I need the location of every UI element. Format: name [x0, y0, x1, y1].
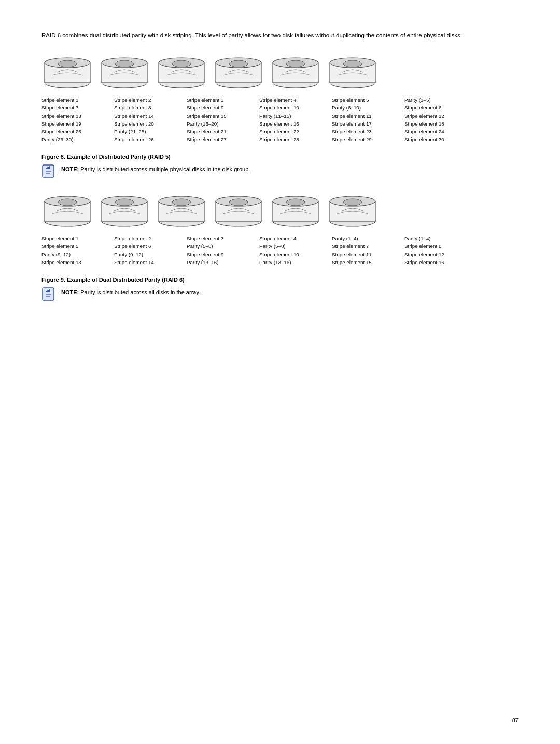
svg-point-30: [58, 199, 77, 206]
f8-c1-r1: Stripe element 1: [41, 96, 109, 104]
disk-icon-12: [327, 191, 379, 228]
figure8-col4: Stripe element 4 Stripe element 10 Parit…: [259, 96, 327, 143]
f9-c3-r1: Stripe element 3: [187, 235, 254, 242]
svg-point-11: [172, 60, 191, 67]
f9-c5-r1: Parity (1–4): [332, 235, 399, 242]
disk-icon-6: [327, 52, 379, 90]
f9-c3-r4: Parity (13–16): [187, 258, 254, 266]
figure8-col6: Parity (1–5) Stripe element 6 Stripe ele…: [404, 96, 472, 143]
f9-c2-r3: Parity (9–12): [114, 251, 181, 258]
figure8-labels: Stripe element 1 Stripe element 7 Stripe…: [41, 96, 519, 143]
f8-c2-r3: Stripe element 14: [114, 112, 181, 120]
figure9-col1: Stripe element 1 Stripe element 5 Parity…: [41, 235, 109, 266]
figure8-caption: Figure 8. Example of Distributed Parity …: [41, 154, 519, 160]
f9-c4-r4: Parity (13–16): [259, 258, 327, 266]
f8-c3-r3: Stripe element 15: [187, 112, 254, 120]
svg-point-34: [115, 199, 134, 206]
svg-point-23: [343, 60, 362, 67]
disk-icon-7: [41, 191, 93, 228]
disk-icon-5: [270, 52, 321, 90]
f8-c4-r1: Stripe element 4: [259, 96, 327, 104]
f9-c5-r3: Stripe element 11: [332, 251, 399, 258]
svg-point-42: [229, 199, 248, 206]
f8-c3-r5: Stripe element 21: [187, 128, 254, 135]
note-icon-2: [41, 287, 56, 301]
f9-c3-r2: Parity (5–8): [187, 242, 254, 250]
figure8-col1: Stripe element 1 Stripe element 7 Stripe…: [41, 96, 109, 143]
f9-c2-r2: Stripe element 6: [114, 242, 181, 250]
f9-c1-r1: Stripe element 1: [41, 235, 109, 242]
figure9-col5: Parity (1–4) Stripe element 7 Stripe ele…: [332, 235, 399, 266]
f8-c3-r4: Parity (16–20): [187, 120, 254, 128]
disk-icon-1: [41, 52, 93, 90]
f9-c5-r2: Stripe element 7: [332, 242, 399, 250]
note-label-2: NOTE:: [61, 289, 80, 295]
figure8-note-box: NOTE: Parity is distributed across multi…: [41, 165, 467, 178]
f9-c2-r1: Stripe element 2: [114, 235, 181, 242]
f8-c1-r5: Stripe element 25: [41, 128, 109, 135]
f8-c3-r6: Stripe element 27: [187, 135, 254, 143]
f8-c3-r1: Stripe element 3: [187, 96, 254, 104]
f8-c1-r2: Stripe element 7: [41, 104, 109, 112]
f8-c4-r2: Stripe element 10: [259, 104, 327, 112]
f8-c6-r3: Stripe element 12: [404, 112, 472, 120]
svg-point-3: [58, 60, 77, 67]
figure8-col2: Stripe element 2 Stripe element 8 Stripe…: [114, 96, 181, 143]
figure9-note-box: NOTE: Parity is distributed across all d…: [41, 288, 467, 301]
figure9-col4: Stripe element 4 Parity (5–8) Stripe ele…: [259, 235, 327, 266]
figure9-disk-row: [41, 191, 519, 228]
disk-icon-4: [213, 52, 264, 90]
figure8-col5: Stripe element 5 Parity (6–10) Stripe el…: [332, 96, 399, 143]
f8-c2-r2: Stripe element 8: [114, 104, 181, 112]
f9-c4-r3: Stripe element 10: [259, 251, 327, 258]
f8-c4-r6: Stripe element 28: [259, 135, 327, 143]
f8-c2-r4: Stripe element 20: [114, 120, 181, 128]
note-label-1: NOTE:: [61, 166, 80, 172]
figure8-note-content: Parity is distributed across multiple ph…: [80, 166, 250, 172]
f9-c6-r4: Stripe element 16: [404, 258, 472, 266]
f8-c1-r6: Parity (26–30): [41, 135, 109, 143]
svg-point-38: [172, 199, 191, 206]
f8-c6-r2: Stripe element 6: [404, 104, 472, 112]
f8-c5-r1: Stripe element 5: [332, 96, 399, 104]
figure9-note-content: Parity is distributed across all disks i…: [80, 289, 200, 295]
figure9-col6: Parity (1–4) Stripe element 8 Stripe ele…: [404, 235, 472, 266]
f8-c5-r6: Stripe element 29: [332, 135, 399, 143]
f8-c5-r4: Stripe element 17: [332, 120, 399, 128]
f8-c6-r1: Parity (1–5): [404, 96, 472, 104]
disk-icon-9: [156, 191, 207, 228]
figure8-section: Stripe element 1 Stripe element 7 Stripe…: [41, 52, 519, 143]
f8-c5-r5: Stripe element 23: [332, 128, 399, 135]
f8-c2-r6: Stripe element 26: [114, 135, 181, 143]
figure8-disk-row: [41, 52, 519, 90]
f9-c6-r3: Stripe element 12: [404, 251, 472, 258]
f9-c2-r4: Stripe element 14: [114, 258, 181, 266]
figure9-section: Stripe element 1 Stripe element 5 Parity…: [41, 191, 519, 266]
f8-c4-r3: Parity (11–15): [259, 112, 327, 120]
f8-c6-r5: Stripe element 24: [404, 128, 472, 135]
disk-icon-2: [99, 52, 150, 90]
f9-c4-r1: Stripe element 4: [259, 235, 327, 242]
f8-c2-r5: Parity (21–25): [114, 128, 181, 135]
f8-c6-r6: Stripe element 30: [404, 135, 472, 143]
svg-point-15: [229, 60, 248, 67]
f8-c6-r4: Stripe element 18: [404, 120, 472, 128]
svg-point-50: [343, 199, 362, 206]
f8-c5-r2: Parity (6–10): [332, 104, 399, 112]
f9-c4-r2: Parity (5–8): [259, 242, 327, 250]
figure9-col2: Stripe element 2 Stripe element 6 Parity…: [114, 235, 181, 266]
f8-c4-r4: Stripe element 16: [259, 120, 327, 128]
svg-point-19: [286, 60, 305, 67]
svg-point-7: [115, 60, 134, 67]
disk-icon-10: [213, 191, 264, 228]
intro-paragraph: RAID 6 combines dual distributed parity …: [41, 31, 487, 40]
f9-c1-r2: Stripe element 5: [41, 242, 109, 250]
disk-icon-11: [270, 191, 321, 228]
f8-c5-r3: Stripe element 11: [332, 112, 399, 120]
f8-c2-r1: Stripe element 2: [114, 96, 181, 104]
figure9-caption: Figure 9. Example of Dual Distributed Pa…: [41, 277, 519, 283]
f8-c1-r4: Stripe element 19: [41, 120, 109, 128]
figure8-col3: Stripe element 3 Stripe element 9 Stripe…: [187, 96, 254, 143]
f9-c5-r4: Stripe element 15: [332, 258, 399, 266]
figure9-note-text: NOTE: Parity is distributed across all d…: [61, 288, 200, 297]
